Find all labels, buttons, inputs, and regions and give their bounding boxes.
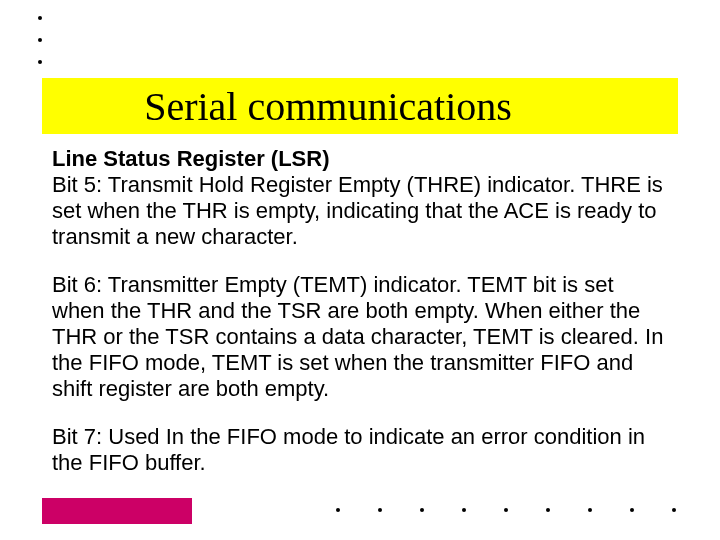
dot-icon: [38, 16, 42, 20]
bit6-text: Bit 6: Transmitter Empty (TEMT) indicato…: [52, 272, 663, 401]
dot-icon: [462, 508, 466, 512]
bit5-text: Bit 5: Transmit Hold Register Empty (THR…: [52, 172, 663, 249]
dot-icon: [378, 508, 382, 512]
decoration-dots-top: [38, 16, 42, 82]
dot-icon: [588, 508, 592, 512]
lsr-heading: Line Status Register (LSR): [52, 146, 329, 171]
dot-icon: [504, 508, 508, 512]
dot-icon: [672, 508, 676, 512]
dot-icon: [336, 508, 340, 512]
para-bit7: Bit 7: Used In the FIFO mode to indicate…: [52, 424, 668, 476]
slide: Serial communications Line Status Regist…: [0, 0, 720, 540]
dot-icon: [38, 38, 42, 42]
body-text: Line Status Register (LSR) Bit 5: Transm…: [52, 146, 668, 497]
bit7-text: Bit 7: Used In the FIFO mode to indicate…: [52, 424, 645, 475]
dot-icon: [38, 60, 42, 64]
para-bit5: Line Status Register (LSR) Bit 5: Transm…: [52, 146, 668, 250]
decoration-dots-bottom: [336, 508, 676, 512]
dot-icon: [420, 508, 424, 512]
slide-title: Serial communications: [144, 83, 512, 130]
para-bit6: Bit 6: Transmitter Empty (TEMT) indicato…: [52, 272, 668, 402]
accent-bar: [42, 498, 192, 524]
dot-icon: [630, 508, 634, 512]
dot-icon: [546, 508, 550, 512]
title-band: Serial communications: [42, 78, 678, 134]
